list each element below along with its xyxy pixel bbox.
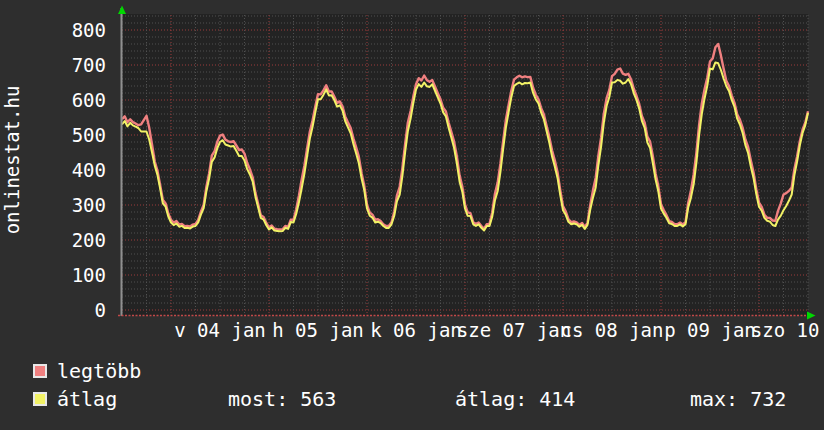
legend-swatch-atlag: [33, 392, 47, 406]
x-axis-label: p 09 jan: [664, 320, 756, 340]
stat-max: max: 732: [690, 389, 786, 409]
legend-label: átlag: [57, 389, 117, 409]
x-axis-label: k 06 jan: [370, 320, 462, 340]
y-axis-label: 600: [0, 89, 106, 111]
y-axis-label: 500: [0, 124, 106, 146]
y-axis-label: 0: [0, 299, 106, 321]
y-axis-label: 400: [0, 159, 106, 181]
y-axis-label: 700: [0, 54, 106, 76]
x-axis-label: v 04 jan: [174, 320, 266, 340]
legend-label: legtöbb: [57, 361, 141, 381]
x-axis-label: szo 10 jan: [751, 320, 824, 340]
y-axis-label: 300: [0, 194, 106, 216]
y-axis-arrow-icon: [118, 6, 126, 15]
y-axis-label: 100: [0, 264, 106, 286]
x-axis-label: cs 08 jan: [561, 320, 664, 340]
legend-swatch-legtobb: [33, 364, 47, 378]
x-axis-label: h 05 jan: [272, 320, 364, 340]
x-axis-label: sze 07 jan: [457, 320, 571, 340]
graph-page: { "watermark": "onlinestat.hu", "legend"…: [0, 0, 824, 430]
stat-atlag: átlag: 414: [455, 389, 575, 409]
y-axis-label: 800: [0, 19, 106, 41]
stat-most: most: 563: [228, 389, 336, 409]
y-axis-label: 200: [0, 229, 106, 251]
